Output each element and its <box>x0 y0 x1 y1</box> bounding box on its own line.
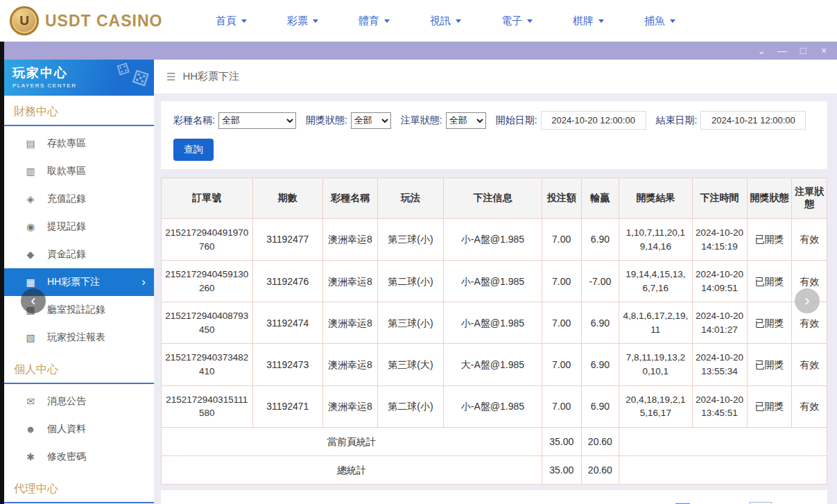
players-center-subtitle: PLAYERS CENTER <box>12 82 146 89</box>
table-cell: 有效 <box>792 385 827 427</box>
player-report-icon: ▧ <box>25 332 36 343</box>
table-cell: 2152172940491970760 <box>162 219 253 261</box>
sidebar-item-withdraw-record[interactable]: ◉ 提現記錄 <box>4 213 154 241</box>
table-row: 215217294045913026031192476澳洲幸运8第二球(小)小-… <box>162 261 827 302</box>
table-row: 215217294040879345031192474澳洲幸运8第三球(小)小-… <box>162 302 827 344</box>
chevron-down-icon <box>313 19 318 26</box>
nav-label: 捕魚 <box>644 15 665 28</box>
summary-row: 當前頁統計35.0020.60 <box>162 427 827 455</box>
minimize-button[interactable]: — <box>772 42 793 60</box>
table-cell: 已開獎 <box>747 302 792 344</box>
logo-monogram: U <box>19 13 29 28</box>
nav-label: 棋牌 <box>573 15 594 28</box>
nav-item-lottery[interactable]: 彩票 <box>267 15 338 28</box>
table-row: 215217294031511158031192471澳洲幸运8第二球(小)小-… <box>162 385 827 427</box>
nav-label: 視訊 <box>430 15 451 28</box>
deposit-card-icon: ▤ <box>25 138 36 149</box>
col-header-bet-amount: 投注額 <box>542 178 581 219</box>
lottery-name-label: 彩種名稱: <box>173 114 215 127</box>
end-date-input[interactable] <box>700 111 806 130</box>
table-cell: 有效 <box>792 344 827 385</box>
carousel-prev-button[interactable]: ‹ <box>21 288 46 313</box>
carousel-next-button[interactable]: › <box>795 288 820 313</box>
nav-item-home[interactable]: 首頁 <box>196 15 267 28</box>
table-cell: 第三球(小) <box>377 219 443 261</box>
withdraw-cash-icon: ▥ <box>25 166 36 177</box>
sidebar-item-label: 取款專區 <box>47 165 86 177</box>
close-button[interactable]: × <box>813 42 834 60</box>
pagination-bar: 每頁顯示20條 共5条 首页 上一页 1 下一页 第 页 跳转 <box>161 490 827 504</box>
lottery-bet-icon: ▦ <box>25 277 36 288</box>
hamburger-icon[interactable]: ☰ <box>166 71 175 83</box>
col-header-draw-status: 開獎狀態 <box>747 178 792 219</box>
table-cell: 小-A盤@1.985 <box>444 302 542 344</box>
lottery-name-select[interactable]: 全部 <box>218 112 296 129</box>
sidebar-item-recharge-record[interactable]: ◈ 充值記錄 <box>4 185 154 213</box>
maximize-button[interactable]: □ <box>793 42 813 60</box>
bet-status-select[interactable]: 全部 <box>446 112 486 129</box>
sidebar-item-withdraw[interactable]: ▥ 取款專區 <box>4 157 154 185</box>
table-cell: 已開獎 <box>747 385 792 427</box>
table-cell: 2024-10-20 14:09:51 <box>692 261 747 302</box>
collapse-chevron-icon[interactable]: ⌄ <box>751 42 772 60</box>
logo-text: USDT CASINO <box>45 12 162 31</box>
sidebar-item-announcements[interactable]: ✉ 消息公告 <box>4 388 154 415</box>
table-cell: 小-A盤@1.985 <box>444 385 542 427</box>
table-cell: 6.90 <box>581 302 619 344</box>
main-nav: 首頁 彩票 體育 視訊 電子 棋牌 捕魚 <box>196 15 696 28</box>
table-cell: 2152172940408793450 <box>162 302 253 344</box>
table-cell: 7,8,11,19,13,20,10,1 <box>619 344 692 385</box>
sidebar-item-player-bet-report[interactable]: ▧ 玩家投注報表 <box>4 324 154 351</box>
nav-item-sports[interactable]: 體育 <box>338 15 410 28</box>
profile-icon: ☻ <box>25 424 36 435</box>
nav-item-board-games[interactable]: 棋牌 <box>553 15 624 28</box>
table-cell: 第二球(小) <box>377 385 443 427</box>
table-cell: 2024-10-20 13:55:34 <box>692 344 747 385</box>
summary-label: 當前頁統計 <box>162 427 542 455</box>
table-cell: 20,4,18,19,2,15,16,17 <box>619 385 692 427</box>
finance-menu: ▤ 存款專區 ▥ 取款專區 ◈ 充值記錄 ◉ 提現記錄 ◆ 資金記錄 ▦ HH彩… <box>4 126 154 354</box>
start-date-input[interactable] <box>541 111 646 130</box>
site-logo[interactable]: U USDT CASINO <box>0 6 159 35</box>
section-title-agent: 代理中心 <box>4 473 154 503</box>
sidebar-item-change-password[interactable]: ✱ 修改密碼 <box>4 443 154 471</box>
search-button[interactable]: 查詢 <box>173 139 214 161</box>
summary-empty-cell <box>619 427 827 455</box>
col-header-period: 期數 <box>252 178 322 219</box>
sidebar: 玩家中心 PLAYERS CENTER ⚃ ⚄ 財務中心 ▤ 存款專區 ▥ 取款… <box>4 60 154 504</box>
table-cell: 澳洲幸运8 <box>322 385 377 427</box>
table-cell: 2152172940459130260 <box>162 261 253 302</box>
table-row: 215217294049197076031192477澳洲幸运8第三球(小)小-… <box>162 219 827 261</box>
table-cell: 7.00 <box>542 385 581 427</box>
col-header-bet-time: 下注時間 <box>692 178 747 219</box>
sidebar-item-deposit[interactable]: ▤ 存款專區 <box>4 130 154 157</box>
col-header-bet-status: 注單狀態 <box>792 178 827 219</box>
table-cell: -7.00 <box>581 261 619 302</box>
col-header-draw-result: 開獎結果 <box>619 178 692 219</box>
sidebar-item-profile[interactable]: ☻ 個人資料 <box>4 415 154 443</box>
nav-item-electronic[interactable]: 電子 <box>481 15 553 28</box>
table-cell: 第三球(小) <box>377 302 443 344</box>
table-cell: 澳洲幸运8 <box>322 219 377 261</box>
sidebar-item-label: 提現記錄 <box>47 220 86 233</box>
table-body: 215217294049197076031192477澳洲幸运8第三球(小)小-… <box>162 219 827 485</box>
nav-item-fishing[interactable]: 捕魚 <box>624 15 696 28</box>
chevron-down-icon <box>384 19 390 26</box>
table-cell: 1,10,7,11,20,19,14,16 <box>619 219 692 261</box>
table-cell: 2024-10-20 14:01:27 <box>692 302 747 344</box>
nav-label: 首頁 <box>216 15 236 28</box>
table-cell: 已開獎 <box>747 219 792 261</box>
table-cell: 已開獎 <box>747 261 792 302</box>
nav-item-live-video[interactable]: 視訊 <box>410 15 481 28</box>
table-header-row: 訂單號 期數 彩種名稱 玩法 下注信息 投注額 輸贏 開獎結果 下注時間 開獎狀… <box>162 178 827 219</box>
section-title-personal: 個人中心 <box>4 354 154 384</box>
summary-empty-cell <box>619 455 827 484</box>
sidebar-item-funds-record[interactable]: ◆ 資金記錄 <box>4 241 154 268</box>
summary-bet-total: 35.00 <box>542 455 581 484</box>
table-cell: 19,14,4,15,13,6,7,16 <box>619 261 692 302</box>
nav-label: 彩票 <box>287 15 308 28</box>
logo-coin-icon: U <box>10 6 39 35</box>
players-center-header: 玩家中心 PLAYERS CENTER ⚃ ⚄ <box>4 60 154 96</box>
draw-status-select[interactable]: 全部 <box>351 112 391 129</box>
summary-bet-total: 35.00 <box>542 427 581 455</box>
